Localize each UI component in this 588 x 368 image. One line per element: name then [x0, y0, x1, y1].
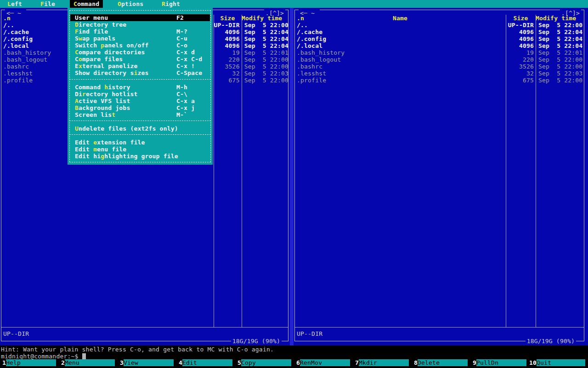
fkey-help[interactable]: 1Help	[0, 359, 59, 366]
column-header-name[interactable]: Name	[294, 15, 506, 22]
midnight-commander-screen: Left File Command Options Right <─ ~ .[^…	[0, 0, 588, 368]
menubar-item-options[interactable]: Options	[118, 0, 143, 7]
left-panel-free-space: 18G/19G (90%)	[231, 338, 282, 345]
left-panel-mini-status: UP--DIR	[3, 330, 29, 337]
right-panel: <─ ~ .[^]> .nName Size Modify time /..UP…	[294, 8, 588, 345]
table-row[interactable]: .profile675Sep 5 22:00	[294, 77, 584, 84]
function-key-bar: 1Help 2Menu 3View 4Edit 5Copy 6RenMov 7M…	[0, 359, 588, 366]
left-panel-ministatus-separator	[1, 327, 288, 328]
column-header-mtime[interactable]: Modify time	[536, 15, 576, 22]
menu-item-external-panelize[interactable]: External panelizeC-x !	[70, 63, 210, 69]
command-menu-dropdown: User menuF2 Directory tree Find fileM-? …	[68, 8, 213, 165]
menu-item-undelete-files[interactable]: Undelete files (ext2fs only)	[70, 125, 210, 132]
fkey-copy[interactable]: 5Copy	[235, 359, 294, 366]
menu-item-swap-panels[interactable]: Swap panelsC-u	[70, 35, 210, 42]
menu-item-edit-highlighting-group-file[interactable]: Edit highlighting group file	[70, 153, 210, 160]
fkey-pulldn[interactable]: 9PullDn	[470, 359, 529, 366]
menubar-item-command-highlight[interactable]: Command	[70, 0, 103, 8]
menu-item-compare-files[interactable]: Compare filesC-x C-d	[70, 56, 210, 63]
menu-item-find-file[interactable]: Find fileM-?	[70, 28, 210, 35]
table-row[interactable]: .bashrc3526Sep 5 22:00	[294, 63, 584, 70]
terminal-cursor	[82, 353, 86, 359]
menu-item-show-directory-sizes[interactable]: Show directory sizesC-Space	[70, 69, 210, 76]
fkey-quit[interactable]: 10Quit	[529, 359, 588, 366]
menu-separator	[69, 134, 211, 135]
fkey-mkdir[interactable]: 7Mkdir	[353, 359, 412, 366]
table-row[interactable]: /..UP--DIRSep 5 22:00	[294, 22, 584, 29]
menu-separator	[69, 121, 211, 121]
menubar-item-left[interactable]: Left	[7, 0, 22, 7]
sort-indicator[interactable]: .n	[3, 15, 11, 22]
menu-item-active-vfs-list[interactable]: Active VFS listC-x a	[70, 98, 210, 104]
right-panel-mini-status: UP--DIR	[297, 330, 322, 337]
right-panel-file-list: .nName Size Modify time /..UP--DIRSep 5 …	[294, 15, 584, 84]
menu-item-edit-extension-file[interactable]: Edit extension file	[70, 139, 210, 146]
menu-item-command-history[interactable]: Command historyM-h	[70, 84, 210, 91]
right-panel-header: .nName Size Modify time	[294, 15, 584, 22]
panel-divider	[290, 8, 294, 345]
table-row[interactable]: /.local4096Sep 5 22:04	[294, 42, 584, 49]
sort-indicator[interactable]: .n	[297, 15, 304, 22]
table-row[interactable]: .bash_history19Sep 5 22:01	[294, 49, 584, 56]
menu-item-user-menu[interactable]: User menuF2	[70, 14, 210, 21]
fkey-renmov[interactable]: 6RenMov	[294, 359, 353, 366]
fkey-delete[interactable]: 8Delete	[412, 359, 470, 366]
fkey-view[interactable]: 3View	[118, 359, 176, 366]
table-row[interactable]: .bash_logout220Sep 5 22:00	[294, 56, 584, 63]
right-panel-free-space: 18G/19G (90%)	[526, 338, 576, 345]
column-header-mtime[interactable]: Modify time	[242, 15, 282, 22]
column-header-size[interactable]: Size	[506, 15, 536, 22]
menubar: Left File Command Options Right	[0, 0, 588, 8]
table-row[interactable]: /.config4096Sep 5 22:04	[294, 35, 584, 42]
menu-item-edit-menu-file[interactable]: Edit menu file	[70, 146, 210, 153]
shell-prompt[interactable]: midnight@commander:~$	[1, 353, 86, 360]
menu-item-directory-hotlist[interactable]: Directory hotlistC-\	[70, 91, 210, 98]
menubar-item-command[interactable]: Command	[74, 0, 99, 7]
menu-item-screen-list[interactable]: Screen listM-`	[70, 111, 210, 118]
menubar-item-right[interactable]: Right	[162, 0, 180, 7]
menu-item-background-jobs[interactable]: Background jobsC-x j	[70, 104, 210, 111]
column-header-size[interactable]: Size	[214, 15, 242, 22]
menubar-item-file[interactable]: File	[40, 0, 55, 7]
hint-line: Hint: Want your plain shell? Press C-o, …	[1, 346, 274, 353]
menu-item-switch-panels-on-off[interactable]: Switch panels on/offC-o	[70, 42, 210, 49]
menu-item-directory-tree[interactable]: Directory tree	[70, 21, 210, 28]
table-row[interactable]: .lesshst32Sep 5 22:03	[294, 70, 584, 77]
right-panel-ministatus-separator	[295, 327, 584, 328]
fkey-menu[interactable]: 2Menu	[59, 359, 118, 366]
table-row[interactable]: /.cache4096Sep 5 22:04	[294, 29, 584, 35]
menu-item-compare-directories[interactable]: Compare directoriesC-x d	[70, 49, 210, 56]
fkey-edit[interactable]: 4Edit	[176, 359, 235, 366]
prompt-text: midnight@commander:~$	[1, 353, 79, 360]
menu-separator	[69, 79, 211, 80]
